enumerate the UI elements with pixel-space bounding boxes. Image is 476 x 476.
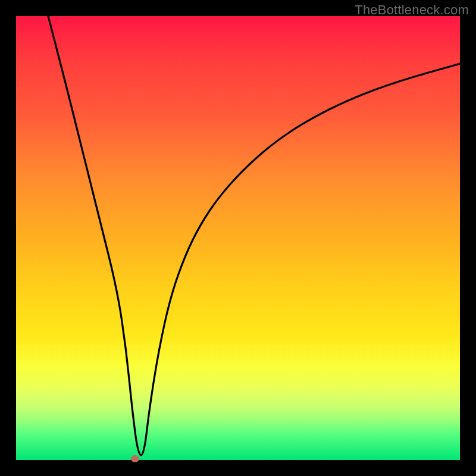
optimal-point-marker	[131, 455, 139, 462]
bottleneck-curve	[16, 16, 460, 460]
chart-frame	[16, 16, 460, 460]
